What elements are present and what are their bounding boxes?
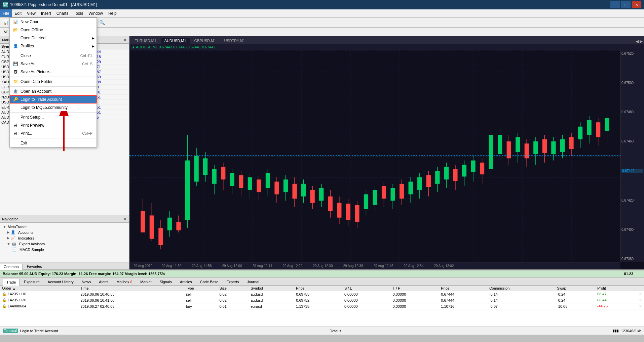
col-current-price[interactable]: Price [439,286,487,291]
tab-common[interactable]: Common [0,264,23,270]
menu-save-as[interactable]: 💾 Save As Ctrl+S [10,60,97,68]
navigator-panel: Navigator ✕ ▼ MetaTrader ▶ 👤 Accounts ▶ … [0,215,129,262]
nav-indicators[interactable]: ▶ 📈 Indicators [1,235,128,241]
svg-rect-57 [382,186,386,199]
menu-print-preview[interactable]: 🖨 Print Preview [10,121,97,129]
chart-tab-eurusd[interactable]: EURUSD,M1 [131,38,160,44]
svg-rect-29 [257,179,261,192]
status-left: Terminal Login to Trade Account [3,329,58,333]
toolbar-new-chart[interactable]: 📊 [1,18,9,27]
menu-save-as-picture[interactable]: 🖼 Save As Picture... [10,68,97,76]
tab-favorites[interactable]: Favorites [23,263,46,269]
time-9: 29 Aug 12:54 [399,264,429,268]
table-row[interactable]: 🔒 142351130 2019.06.06 10:41:50 sell 0.0… [0,297,644,303]
col-type[interactable]: Type [184,286,218,291]
menu-exit[interactable]: Exit [10,139,97,147]
time-1: 29 Aug 11:50 [156,264,187,268]
col-tp[interactable]: T / P [391,286,439,291]
svg-rect-61 [400,184,404,199]
col-commission[interactable]: Commission [487,286,555,291]
menu-profiles[interactable]: 👤 Profiles ▶ [10,42,97,50]
menu-insert[interactable]: Insert [38,9,54,17]
nav-macd[interactable]: 📄 MACD Sample [1,247,128,252]
btab-market[interactable]: Market [137,279,155,285]
navigator-close[interactable]: ✕ [123,216,127,222]
col-size[interactable]: Size [217,286,249,291]
menu-login-mql5[interactable]: Login to MQL5.community [10,103,97,112]
chart-area: EURUSD,M1 AUDUSD,M1 GBPUSD,M1 USDTRY,M1 … [129,36,644,269]
new-chart-icon: 📊 [12,19,18,25]
btab-signals[interactable]: Signals [156,279,176,285]
svg-rect-19 [212,169,217,184]
btab-mailbox[interactable]: Mailbox 6 [113,279,136,285]
table-row[interactable]: 🔒 142351110 2019.06.06 10:40:53 sell 0.0… [0,291,644,297]
time-scale: 29 Aug 2019 29 Aug 11:50 29 Aug 11:58 29… [129,262,620,269]
nav-accounts[interactable]: ▶ 👤 Accounts [1,229,128,235]
chart-tab-gbpusd[interactable]: GBPUSD,M1 [191,38,220,44]
menu-open-offline[interactable]: 📂 Open Offline [10,26,97,34]
col-order[interactable]: Order ▲ [0,286,78,291]
chart-tab-audusd[interactable]: AUDUSD,M1 [161,38,190,44]
svg-rect-7 [158,228,163,245]
btab-account-history[interactable]: Account History [44,279,77,285]
svg-rect-107 [605,118,609,131]
maximize-button[interactable]: □ [621,1,631,8]
menu-charts[interactable]: Charts [54,9,71,17]
menu-file[interactable]: File [0,9,12,17]
close-trade-icon[interactable]: ✕ [639,304,642,308]
menu-open-account[interactable]: 🏦 Open an Account [10,87,97,95]
market-watch-close[interactable]: ✕ [123,37,127,43]
menu-edit[interactable]: Edit [12,9,24,17]
close-trade-icon[interactable]: ✕ [639,298,642,302]
table-row[interactable]: 🔒 144088684 2019.06.27 02:40:08 buy 0.01… [0,303,644,309]
menu-print-setup[interactable]: Print Setup... [10,113,97,121]
menu-print[interactable]: 🖨 Print... Ctrl+P [10,129,97,137]
btab-alerts[interactable]: Alerts [95,279,112,285]
open-deleted-arrow: ▶ [92,36,94,40]
menu-tools[interactable]: Tools [71,9,86,17]
btab-exposure[interactable]: Exposure [20,279,43,285]
menu-new-chart[interactable]: 📊 New Chart [10,18,97,26]
close-button[interactable]: ✕ [632,1,641,8]
btab-news[interactable]: News [78,279,95,285]
chart-tab-usdtry[interactable]: USDTRY,M1 [220,38,249,44]
cell-symbol: eurusd [249,303,294,309]
close-trade-icon[interactable]: ✕ [639,292,642,296]
chart-tab-arrows[interactable]: ◀ ▶ [636,39,644,44]
menu-close[interactable]: Close Ctrl+F4 [10,52,97,60]
price-6: 0.67380 [621,257,643,261]
nav-metatrader[interactable]: ▼ MetaTrader [1,224,128,229]
login-mql5-label: Login to MQL5.community [21,105,68,110]
col-sl[interactable]: S / L [342,286,391,291]
col-price[interactable]: Price [294,286,342,291]
svg-rect-85 [507,141,511,158]
btab-experts[interactable]: Experts [223,279,242,285]
btab-articles[interactable]: Articles [176,279,196,285]
nav-expert-advisors[interactable]: ▼ 🤖 Expert Advisors [1,241,128,247]
cell-type: buy [184,303,218,309]
cell-tp: 0.00000 [391,297,439,303]
col-profit[interactable]: Profit [595,286,644,291]
close-label: Close [21,53,31,58]
col-symbol[interactable]: Symbol [249,286,294,291]
status-center: Default [330,329,341,333]
menu-open-data-folder[interactable]: 📁 Open Data Folder [10,78,97,86]
svg-rect-77 [471,161,475,172]
btab-journal[interactable]: Journal [243,279,263,285]
col-time[interactable]: Time [78,286,184,291]
svg-rect-13 [185,161,190,220]
menu-open-deleted[interactable]: Open Deleted ▶ [10,34,97,42]
menu-login-trade[interactable]: 🔑 Login to Trade Account [10,95,97,103]
menu-window[interactable]: Window [86,9,106,17]
btab-trade[interactable]: Trade [3,279,20,286]
cell-price: 0.67444 [439,291,487,297]
chart-svg [129,50,620,262]
expand-icon: ▼ [3,225,6,229]
col-swap[interactable]: Swap [555,286,595,291]
minimize-button[interactable]: ─ [610,1,620,8]
btab-codebase[interactable]: Code Base [196,279,222,285]
toolbar-search[interactable]: 🔍 [98,18,106,27]
menu-view[interactable]: View [24,9,38,17]
menu-help[interactable]: Help [106,9,119,17]
svg-rect-25 [239,175,243,188]
